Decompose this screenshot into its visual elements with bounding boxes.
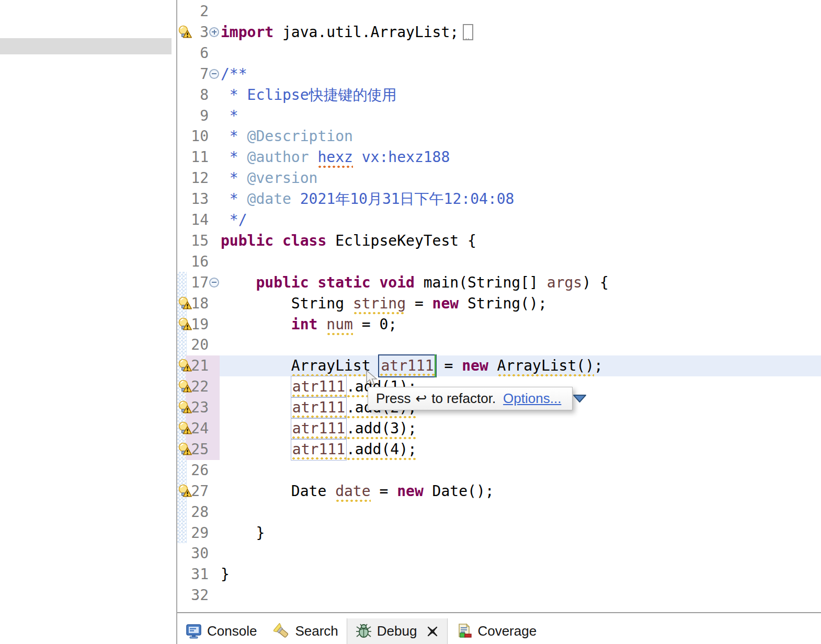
linked-occurrence[interactable]: atr111 [291,439,346,460]
code-line-27: 27 Date date = new Date(); [177,481,821,502]
code-line-3: 3import java.util.ArrayList; [177,22,821,43]
enter-key-icon: ↩ [415,390,427,407]
code-token: * [221,128,247,145]
code-line-16: 16 [177,251,821,272]
code-token: String [221,295,353,312]
code-text: Date date = new Date(); [221,481,494,502]
code-line-10: 10 * @Description [177,126,821,147]
rename-box[interactable]: atr111 [379,355,435,376]
code-token: String(); [459,295,547,312]
tab-coverage[interactable]: Coverage [448,618,545,644]
tab-search[interactable]: Search [265,618,346,644]
code-text: */ [221,210,247,231]
code-line-15: 15public class EclipseKeyTest { [177,231,821,251]
code-token: ArrayList() [497,357,594,377]
code-token: } [221,566,230,583]
line-number: 2 [177,1,209,22]
code-token: new [432,295,459,312]
code-text: } [221,564,230,585]
code-token: main(String[] [415,274,547,291]
linked-occurrence[interactable]: atr111 [291,397,346,418]
tab-console[interactable]: Console [177,618,265,644]
code-token: void [379,274,414,291]
left-panel-selection-bar[interactable] [0,38,172,54]
code-token: * [221,190,247,208]
code-token: num [326,316,353,336]
code-token: EclipseKeyTest { [326,232,476,249]
line-number: 29 [177,523,209,544]
coverage-icon [456,623,472,639]
code-token [309,148,318,166]
fold-collapse-icon[interactable] [209,278,219,288]
code-editor[interactable]: 2 3import java.util.ArrayList;67/**8 * E… [177,0,821,611]
code-token: @author [247,148,309,166]
code-token [221,420,291,437]
code-token [273,232,282,249]
code-line-2: 2 [177,1,821,22]
code-line-28: 28 [177,502,821,523]
code-token: java.util.ArrayList; [273,24,459,41]
code-token: * [221,148,247,166]
code-text: * [221,106,238,126]
code-token: .add(4); [346,441,417,461]
line-number: 24 [177,418,209,439]
line-number: 19 [177,314,209,335]
code-token: .add(3); [346,420,417,440]
code-text: atr111.add(3); [221,418,417,439]
line-number: 7 [177,64,209,85]
linked-occurrence[interactable]: atr111 [291,376,346,397]
code-text: * @Description [221,126,353,147]
code-token: string [353,295,406,315]
line-number: 13 [177,189,209,210]
linked-occurrence[interactable]: atr111 [291,418,346,439]
code-token: = [406,295,432,312]
line-number: 31 [177,564,209,585]
code-token: import [221,24,273,41]
code-token [221,441,291,458]
chevron-down-icon[interactable] [573,394,587,403]
code-token: new [397,482,424,500]
code-line-14: 14 */ [177,210,821,231]
line-number: 21 [177,355,209,376]
code-token: */ [221,211,247,228]
code-line-7: 7/** [177,64,821,85]
refactor-popup: Press ↩ to refactor. Options... [368,387,573,410]
code-line-11: 11 * @author hexz vx:hexz188 [177,147,821,168]
code-line-31: 31} [177,564,821,585]
line-number: 16 [177,251,209,272]
line-number: 25 [177,439,209,460]
left-panel [0,0,176,644]
code-token: Date(); [424,482,494,500]
code-token: hexz [317,148,352,168]
code-token: /** [221,65,247,83]
code-token: public [221,232,273,249]
code-line-18: 18 String string = new String(); [177,293,821,314]
debug-icon [356,623,372,639]
code-token: new [462,357,488,374]
line-number: 6 [177,43,209,64]
code-token: class [282,232,326,249]
line-number: 10 [177,126,209,147]
code-text: * Eclipse快捷键的使用 [221,85,397,106]
code-token: * Eclipse快捷键的使用 [221,86,397,104]
code-line-24: 24 atr111.add(3); [177,418,821,439]
collapsed-code-box[interactable] [463,24,473,40]
code-text: ArrayList atr111 = new ArrayList(); [221,355,603,376]
fold-expand-icon[interactable] [209,27,219,37]
tab-close-icon[interactable] [426,625,439,638]
code-line-17: 17 public static void main(String[] args… [177,272,821,293]
fold-collapse-icon[interactable] [209,69,219,79]
line-number: 9 [177,106,209,126]
code-line-6: 6 [177,43,821,64]
tab-debug[interactable]: Debug [347,618,448,644]
code-text: * @version [221,168,317,189]
options-link[interactable]: Options... [503,390,561,407]
line-number: 30 [177,543,209,564]
line-number: 12 [177,168,209,189]
code-token [371,274,380,291]
code-token [221,399,291,416]
code-token: ; [594,357,603,374]
code-token [221,357,291,374]
code-text: /** [221,64,247,85]
code-token: date [335,482,370,502]
